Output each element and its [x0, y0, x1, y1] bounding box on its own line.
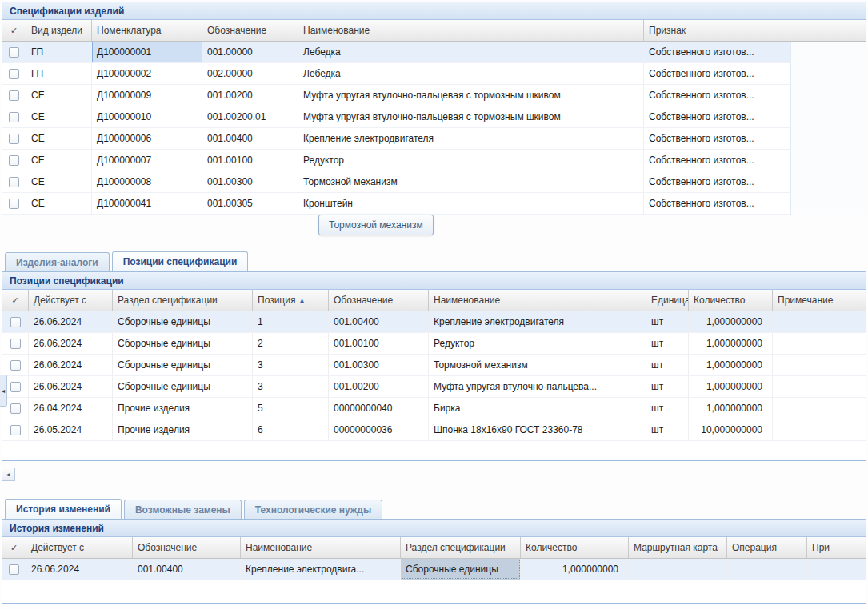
column-header-operation[interactable]: Операция: [727, 537, 807, 558]
cell-vid: СЕ: [26, 128, 92, 149]
cell-valid-from: 26.04.2024: [29, 398, 113, 419]
cell-quantity: 1,000000000: [689, 398, 773, 419]
table-row[interactable]: СЕ Д100000007 001.00100 Редуктор Собстве…: [2, 150, 790, 171]
column-header-vid[interactable]: Вид издели: [26, 20, 92, 41]
cell-name: Редуктор: [298, 150, 644, 171]
tab-label: История изменений: [16, 504, 110, 515]
cell-quantity: 10,000000000: [689, 419, 773, 440]
table-row[interactable]: 26.04.2024 Прочие изделия 5 00000000040 …: [2, 398, 866, 419]
tab-analog-products[interactable]: Изделия-аналоги: [5, 252, 110, 271]
table-row[interactable]: ГП Д100000001 001.00000 Лебедка Собствен…: [2, 42, 790, 63]
column-header-nomenclature[interactable]: Номенклатура: [92, 20, 202, 41]
column-header-filler: [790, 20, 866, 41]
column-header-note[interactable]: Примечание: [773, 290, 866, 311]
column-header-note[interactable]: При: [807, 537, 866, 558]
column-header-designation[interactable]: Обозначение: [202, 20, 298, 41]
row-checkbox[interactable]: [9, 69, 19, 79]
cell-name: Кронштейн: [298, 193, 644, 214]
scroll-left-button[interactable]: ◄: [2, 468, 15, 481]
column-header-valid-from[interactable]: Действует с: [29, 290, 113, 311]
cell-check: [2, 150, 26, 171]
column-header-valid-from[interactable]: Действует с: [26, 537, 133, 558]
column-header-label: Позиция: [258, 295, 295, 306]
horizontal-scrollbar[interactable]: ◄: [2, 468, 866, 481]
cell-vid: СЕ: [26, 193, 92, 214]
cell-valid-from: 26.06.2024: [29, 376, 113, 397]
table-row[interactable]: СЕ Д100000010 001.00200.01 Муфта упругая…: [2, 106, 790, 128]
column-header-quantity[interactable]: Количество: [689, 290, 773, 311]
column-header-name[interactable]: Наименование: [298, 20, 644, 41]
column-header-designation[interactable]: Обозначение: [133, 537, 241, 558]
table-row[interactable]: 26.06.2024 001.00400 Крепление электродв…: [2, 559, 866, 580]
cell-valid-from: 26.06.2024: [29, 333, 113, 354]
row-checkbox[interactable]: [9, 155, 19, 166]
select-all-header[interactable]: ✓: [2, 537, 26, 558]
checkmark-icon: ✓: [11, 295, 18, 306]
cell-section: Сборочные единицы: [113, 355, 253, 375]
row-checkbox[interactable]: [10, 382, 21, 392]
row-checkbox[interactable]: [9, 47, 19, 58]
tab-change-history[interactable]: История изменений: [5, 499, 122, 519]
spec-positions-panel-title: Позиции спецификации: [2, 272, 866, 290]
select-all-header[interactable]: ✓: [2, 290, 29, 311]
row-checkbox[interactable]: [10, 360, 21, 371]
cell-name: Крепление электродвига...: [241, 559, 401, 580]
cell-unit: шт: [646, 355, 689, 375]
table-row[interactable]: 26.06.2024 Сборочные единицы 1 001.00400…: [2, 311, 866, 333]
column-header-designation[interactable]: Обозначение: [329, 290, 429, 311]
table-row[interactable]: СЕ Д100000009 001.00200 Муфта упругая вт…: [2, 85, 790, 106]
cell-unit: шт: [646, 311, 689, 332]
row-checkbox[interactable]: [10, 317, 21, 327]
row-checkbox[interactable]: [10, 403, 21, 414]
table-row[interactable]: 26.06.2024 Сборочные единицы 3 001.00300…: [2, 355, 866, 376]
column-header-name[interactable]: Наименование: [429, 290, 646, 311]
column-header-unit[interactable]: Единица: [646, 290, 689, 311]
row-checkbox[interactable]: [10, 339, 21, 349]
tab-label: Возможные замены: [135, 504, 230, 516]
cell-position: 5: [253, 398, 329, 419]
tab-technological-needs[interactable]: Технологические нужды: [244, 500, 382, 519]
panel-title-text: Спецификации изделий: [10, 6, 124, 17]
app-window: Спецификации изделий ✓ Вид издели Номенк…: [0, 0, 868, 610]
column-header-section[interactable]: Раздел спецификации: [113, 290, 253, 311]
row-checkbox[interactable]: [9, 564, 19, 575]
cell-unit: шт: [646, 398, 689, 419]
column-header-attribute[interactable]: Признак: [644, 20, 790, 41]
column-header-section[interactable]: Раздел спецификации: [401, 537, 521, 558]
table-row[interactable]: 26.06.2024 Сборочные единицы 3 001.00200…: [2, 376, 866, 398]
cell-designation: 001.00100: [202, 150, 298, 171]
cell-designation: 001.00400: [133, 559, 241, 580]
table-row[interactable]: ГП Д100000002 002.00000 Лебедка Собствен…: [2, 63, 790, 85]
cell-name: Бирка: [429, 398, 646, 419]
cell-nomenclature: Д100000001: [92, 42, 202, 62]
row-checkbox[interactable]: [9, 177, 19, 187]
cell-designation: 001.00100: [329, 333, 429, 354]
table-row[interactable]: 26.06.2024 Сборочные единицы 2 001.00100…: [2, 333, 866, 355]
cell-nomenclature: Д100000002: [92, 63, 202, 84]
row-checkbox[interactable]: [9, 112, 19, 122]
cell-attribute: Собственного изготов...: [644, 128, 790, 149]
tab-spec-positions[interactable]: Позиции спецификации: [112, 251, 249, 271]
tab-possible-replacements[interactable]: Возможные замены: [124, 500, 242, 519]
row-checkbox[interactable]: [9, 134, 19, 144]
cell-note: [773, 311, 866, 332]
row-checkbox[interactable]: [9, 90, 19, 101]
table-row[interactable]: СЕ Д100000008 001.00300 Тормозной механи…: [2, 171, 790, 193]
select-all-header[interactable]: ✓: [2, 20, 26, 41]
cell-section: Сборочные единицы: [113, 333, 253, 354]
cell-quantity: 1,000000000: [689, 376, 773, 397]
splitter-collapse-button[interactable]: ◄: [0, 375, 7, 407]
column-header-route-card[interactable]: Маршрутная карта: [629, 537, 727, 558]
column-header-position[interactable]: Позиция▲: [253, 290, 329, 311]
cell-nomenclature: Д100000008: [92, 171, 202, 192]
cell-attribute: Собственного изготов...: [644, 171, 790, 192]
row-checkbox[interactable]: [9, 199, 19, 209]
column-header-quantity[interactable]: Количество: [521, 537, 629, 558]
table-row[interactable]: 26.05.2024 Прочие изделия 6 00000000036 …: [2, 419, 866, 441]
row-checkbox[interactable]: [10, 425, 21, 435]
table-row[interactable]: СЕ Д100000006 001.00400 Крепление электр…: [2, 128, 790, 150]
column-header-name[interactable]: Наименование: [241, 537, 401, 558]
table-row[interactable]: СЕ Д100000041 001.00305 Кронштейн Собств…: [2, 193, 790, 215]
cell-designation: 001.00400: [329, 311, 429, 332]
cell-quantity: 1,000000000: [689, 355, 773, 375]
